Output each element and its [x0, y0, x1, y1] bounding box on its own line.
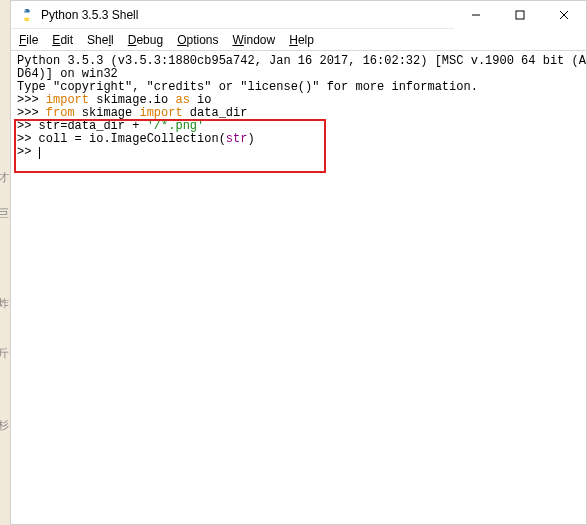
menu-window[interactable]: Window — [233, 33, 276, 47]
banner-line: Type "copyright", "credits" or "license(… — [17, 80, 478, 94]
code-text: coll = io.ImageCollection( — [31, 132, 225, 146]
python-icon — [19, 7, 35, 23]
prompt: >>> — [17, 93, 39, 107]
prompt: >> — [17, 145, 31, 159]
keyword-import: import — [139, 106, 182, 120]
bg-fragment: 巨 — [0, 206, 9, 221]
code-text: data_dir — [183, 106, 248, 120]
bg-fragment: 杉 — [0, 418, 9, 433]
window-controls — [454, 1, 586, 29]
keyword-import: import — [46, 93, 89, 107]
prompt: >> — [17, 132, 31, 146]
bg-fragment: 炸 — [0, 296, 9, 311]
menu-debug[interactable]: Debug — [128, 33, 163, 47]
keyword-from: from — [46, 106, 75, 120]
text-caret — [39, 147, 40, 159]
prompt: >> — [17, 119, 31, 133]
code-text: ) — [247, 132, 254, 146]
code-text: io — [190, 93, 212, 107]
code-text: skimage — [75, 106, 140, 120]
keyword-as: as — [175, 93, 189, 107]
menu-help[interactable]: Help — [289, 33, 314, 47]
banner-line: D64)] on win32 — [17, 67, 118, 81]
svg-rect-3 — [516, 11, 524, 19]
maximize-button[interactable] — [498, 1, 542, 29]
prompt: >>> — [17, 106, 39, 120]
menubar: File Edit Shell Debug Options Window Hel… — [11, 29, 586, 51]
titlebar[interactable]: Python 3.5.3 Shell — [11, 1, 586, 29]
bg-fragment: 斤 — [0, 346, 9, 361]
svg-point-1 — [28, 18, 29, 19]
shell-content[interactable]: Python 3.5.3 (v3.5.3:1880cb95a742, Jan 1… — [11, 51, 586, 524]
minimize-button[interactable] — [454, 1, 498, 29]
code-text: skimage.io — [89, 93, 175, 107]
bg-fragment: 才 — [0, 170, 9, 185]
code-text: str=data_dir + — [31, 119, 146, 133]
window-title: Python 3.5.3 Shell — [41, 8, 454, 22]
svg-point-0 — [25, 9, 26, 10]
string-literal: '/*.png' — [147, 119, 205, 133]
menu-edit[interactable]: Edit — [52, 33, 73, 47]
menu-file[interactable]: File — [19, 33, 38, 47]
close-button[interactable] — [542, 1, 586, 29]
builtin-str: str — [226, 132, 248, 146]
banner-line: Python 3.5.3 (v3.5.3:1880cb95a742, Jan 1… — [17, 54, 586, 68]
menu-options[interactable]: Options — [177, 33, 218, 47]
menu-shell[interactable]: Shell — [87, 33, 114, 47]
app-window: Python 3.5.3 Shell File Edit Shell Debug… — [10, 0, 587, 525]
